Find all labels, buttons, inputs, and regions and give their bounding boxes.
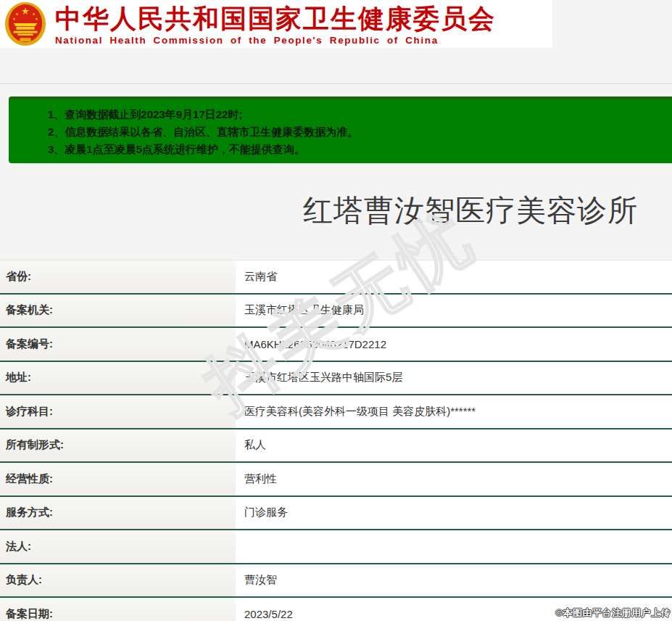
header-divider — [0, 83, 672, 84]
field-label: 服务方式: — [0, 497, 236, 530]
field-label: 备案编号: — [0, 328, 236, 361]
field-value: 私人 — [236, 429, 672, 462]
field-label: 负责人: — [0, 564, 236, 597]
field-value: 云南省 — [236, 260, 672, 293]
record-row: 负责人: 曹汝智 — [0, 564, 672, 599]
site-title-english: National Health Commission of the People… — [55, 35, 496, 46]
record-row: 服务方式: 门诊服务 — [0, 497, 672, 531]
notice-line-1: 1、查询数据截止到2023年9月17日22时; — [48, 106, 665, 123]
field-value: 门诊服务 — [236, 497, 672, 530]
field-label: 备案日期: — [0, 598, 236, 621]
record-row: 备案机关: 玉溪市红塔区卫生健康局 — [0, 295, 672, 329]
field-value: 玉溪市红塔区卫生健康局 — [236, 295, 672, 327]
record-row: 省份: 云南省 — [0, 260, 672, 295]
field-value — [236, 530, 672, 563]
field-value: 曹汝智 — [236, 564, 672, 597]
header-titles: 中华人民共和国国家卫生健康委员会 National Health Commiss… — [55, 4, 496, 46]
record-row: 备案编号: MA6KHL26853040217D2212 — [0, 328, 672, 362]
field-label: 法人: — [0, 530, 236, 563]
field-value: MA6KHL26853040217D2212 — [236, 328, 672, 361]
record-table: 省份: 云南省 备案机关: 玉溪市红塔区卫生健康局 备案编号: MA6KHL26… — [0, 260, 672, 621]
record-row: 法人: — [0, 530, 672, 564]
record-row: 诊疗科目: 医疗美容科(美容外科一级项目 美容皮肤科)****** — [0, 395, 672, 429]
record-row: 所有制形式: 私人 — [0, 429, 672, 464]
field-label: 省份: — [0, 260, 236, 293]
field-label: 所有制形式: — [0, 429, 236, 462]
field-value: 医疗美容科(美容外科一级项目 美容皮肤科)****** — [236, 395, 672, 428]
notice-box: 1、查询数据截止到2023年9月17日22时; 2、信息数据结果以各省、自治区、… — [9, 96, 672, 163]
notice-line-2: 2、信息数据结果以各省、自治区、直辖市卫生健康委数据为准。 — [48, 123, 665, 141]
record-row: 经营性质: 营利性 — [0, 463, 672, 497]
notice-line-3: 3、凌晨1点至凌晨5点系统进行维护，不能提供查询。 — [48, 141, 665, 158]
field-value: 玉溪市红塔区玉兴路中轴国际5层 — [236, 362, 672, 395]
site-title-chinese: 中华人民共和国国家卫生健康委员会 — [55, 4, 496, 33]
upload-credit-watermark: ©本图由平台注册用户上传 — [555, 606, 671, 620]
field-label: 诊疗科目: — [0, 395, 236, 428]
header-bar: 中华人民共和国国家卫生健康委员会 National Health Commiss… — [0, 0, 552, 48]
field-value: 营利性 — [236, 463, 672, 495]
record-row: 地址: 玉溪市红塔区玉兴路中轴国际5层 — [0, 362, 672, 396]
institution-name-title: 红塔曹汝智医疗美容诊所 — [303, 191, 638, 231]
field-label: 备案机关: — [0, 295, 236, 327]
china-national-emblem-icon — [4, 1, 46, 46]
field-label: 地址: — [0, 362, 236, 395]
field-label: 经营性质: — [0, 463, 236, 495]
